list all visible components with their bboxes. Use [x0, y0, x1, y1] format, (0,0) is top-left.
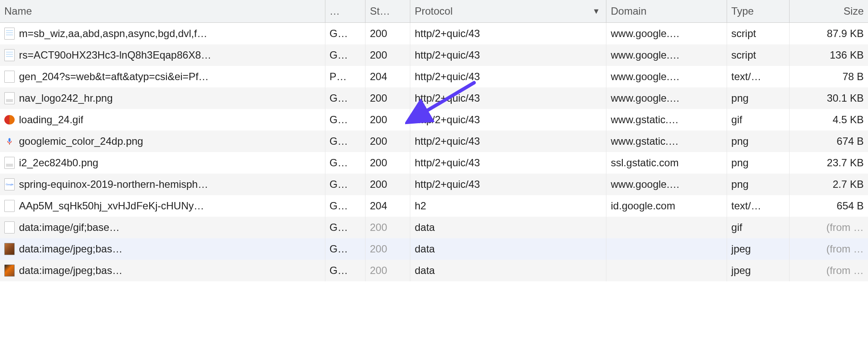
cell-type[interactable]: gif: [727, 109, 790, 131]
cell-protocol[interactable]: http/2+quic/43: [410, 66, 606, 87]
cell-domain[interactable]: www.google.…: [606, 66, 727, 87]
table-row[interactable]: loading_24.gifG…200http/2+quic/43www.gst…: [0, 109, 868, 131]
cell-domain[interactable]: www.google.…: [606, 23, 727, 44]
cell-status[interactable]: 204: [365, 195, 410, 217]
cell-protocol[interactable]: http/2+quic/43: [410, 174, 606, 195]
cell-domain[interactable]: ssl.gstatic.com: [606, 152, 727, 174]
cell-size[interactable]: 78 B: [790, 66, 868, 87]
cell-type[interactable]: script: [727, 44, 790, 66]
cell-method[interactable]: G…: [325, 238, 365, 260]
cell-protocol[interactable]: h2: [410, 195, 606, 217]
table-row[interactable]: i2_2ec824b0.pngG…200http/2+quic/43ssl.gs…: [0, 152, 868, 174]
cell-status[interactable]: 200: [365, 238, 410, 260]
cell-name[interactable]: rs=ACT90oHX23Hc3-lnQ8h3Eqap86X8…: [0, 44, 325, 66]
cell-name[interactable]: AAp5M_sqHk50hj_xvHJdFeKj-cHUNy…: [0, 195, 325, 217]
cell-protocol[interactable]: http/2+quic/43: [410, 131, 606, 152]
cell-size[interactable]: 136 KB: [790, 44, 868, 66]
cell-size[interactable]: 2.7 KB: [790, 174, 868, 195]
cell-size[interactable]: 654 B: [790, 195, 868, 217]
table-row[interactable]: rs=ACT90oHX23Hc3-lnQ8h3Eqap86X8…G…200htt…: [0, 44, 868, 66]
table-row[interactable]: m=sb_wiz,aa,abd,aspn,async,bgd,dvl,f…G…2…: [0, 23, 868, 44]
cell-domain[interactable]: [606, 217, 727, 238]
cell-type[interactable]: jpeg: [727, 238, 790, 260]
cell-status[interactable]: 200: [365, 109, 410, 131]
table-row[interactable]: spring-equinox-2019-northern-hemisph…G…2…: [0, 174, 868, 195]
cell-domain[interactable]: id.google.com: [606, 195, 727, 217]
cell-protocol[interactable]: http/2+quic/43: [410, 87, 606, 109]
column-header-type[interactable]: Type: [727, 0, 790, 23]
cell-size[interactable]: 674 B: [790, 131, 868, 152]
cell-name[interactable]: gen_204?s=web&t=aft&atyp=csi&ei=Pf…: [0, 66, 325, 87]
column-header-status[interactable]: St…: [365, 0, 410, 23]
cell-protocol[interactable]: data: [410, 217, 606, 238]
cell-method[interactable]: G…: [325, 87, 365, 109]
cell-domain[interactable]: [606, 260, 727, 281]
cell-protocol[interactable]: http/2+quic/43: [410, 152, 606, 174]
cell-type[interactable]: script: [727, 23, 790, 44]
cell-type[interactable]: gif: [727, 217, 790, 238]
column-header-method[interactable]: …: [325, 0, 365, 23]
cell-type[interactable]: png: [727, 174, 790, 195]
cell-type[interactable]: jpeg: [727, 260, 790, 281]
cell-status[interactable]: 200: [365, 23, 410, 44]
cell-type[interactable]: text/…: [727, 66, 790, 87]
cell-type[interactable]: png: [727, 131, 790, 152]
cell-protocol[interactable]: http/2+quic/43: [410, 23, 606, 44]
cell-domain[interactable]: www.gstatic.…: [606, 131, 727, 152]
cell-domain[interactable]: www.google.…: [606, 44, 727, 66]
cell-size[interactable]: (from …: [790, 217, 868, 238]
cell-name[interactable]: nav_logo242_hr.png: [0, 87, 325, 109]
cell-domain[interactable]: www.gstatic.…: [606, 109, 727, 131]
cell-method[interactable]: G…: [325, 23, 365, 44]
cell-status[interactable]: 200: [365, 152, 410, 174]
cell-type[interactable]: png: [727, 152, 790, 174]
cell-name[interactable]: spring-equinox-2019-northern-hemisph…: [0, 174, 325, 195]
cell-status[interactable]: 200: [365, 87, 410, 109]
cell-type[interactable]: text/…: [727, 195, 790, 217]
cell-status[interactable]: 200: [365, 131, 410, 152]
column-header-domain[interactable]: Domain: [606, 0, 727, 23]
cell-size[interactable]: (from …: [790, 238, 868, 260]
cell-name[interactable]: data:image/jpeg;bas…: [0, 260, 325, 281]
table-row[interactable]: AAp5M_sqHk50hj_xvHJdFeKj-cHUNy…G…204h2id…: [0, 195, 868, 217]
cell-method[interactable]: G…: [325, 195, 365, 217]
table-row[interactable]: googlemic_color_24dp.pngG…200http/2+quic…: [0, 131, 868, 152]
cell-protocol[interactable]: http/2+quic/43: [410, 44, 606, 66]
cell-name[interactable]: loading_24.gif: [0, 109, 325, 131]
table-row[interactable]: nav_logo242_hr.pngG…200http/2+quic/43www…: [0, 87, 868, 109]
cell-size[interactable]: 23.7 KB: [790, 152, 868, 174]
cell-method[interactable]: G…: [325, 44, 365, 66]
cell-status[interactable]: 200: [365, 174, 410, 195]
cell-domain[interactable]: www.google.…: [606, 87, 727, 109]
cell-domain[interactable]: [606, 238, 727, 260]
cell-domain[interactable]: www.google.…: [606, 174, 727, 195]
cell-name[interactable]: googlemic_color_24dp.png: [0, 131, 325, 152]
cell-name[interactable]: data:image/jpeg;bas…: [0, 238, 325, 260]
cell-status[interactable]: 200: [365, 260, 410, 281]
cell-method[interactable]: G…: [325, 174, 365, 195]
cell-size[interactable]: (from …: [790, 260, 868, 281]
cell-protocol[interactable]: data: [410, 238, 606, 260]
cell-protocol[interactable]: http/2+quic/43: [410, 109, 606, 131]
cell-size[interactable]: 4.5 KB: [790, 109, 868, 131]
cell-type[interactable]: png: [727, 87, 790, 109]
cell-status[interactable]: 204: [365, 66, 410, 87]
cell-method[interactable]: G…: [325, 217, 365, 238]
cell-method[interactable]: G…: [325, 152, 365, 174]
table-row[interactable]: data:image/jpeg;bas…G…200datajpeg(from …: [0, 260, 868, 281]
cell-protocol[interactable]: data: [410, 260, 606, 281]
column-header-size[interactable]: Size: [790, 0, 868, 23]
cell-method[interactable]: G…: [325, 131, 365, 152]
cell-method[interactable]: P…: [325, 66, 365, 87]
cell-status[interactable]: 200: [365, 217, 410, 238]
table-row[interactable]: gen_204?s=web&t=aft&atyp=csi&ei=Pf…P…204…: [0, 66, 868, 87]
cell-name[interactable]: m=sb_wiz,aa,abd,aspn,async,bgd,dvl,f…: [0, 23, 325, 44]
table-row[interactable]: data:image/gif;base…G…200datagif(from …: [0, 217, 868, 238]
column-header-protocol[interactable]: Protocol ▼: [410, 0, 606, 23]
cell-name[interactable]: data:image/gif;base…: [0, 217, 325, 238]
cell-method[interactable]: G…: [325, 260, 365, 281]
cell-status[interactable]: 200: [365, 44, 410, 66]
cell-method[interactable]: G…: [325, 109, 365, 131]
cell-name[interactable]: i2_2ec824b0.png: [0, 152, 325, 174]
table-row[interactable]: data:image/jpeg;bas…G…200datajpeg(from …: [0, 238, 868, 260]
